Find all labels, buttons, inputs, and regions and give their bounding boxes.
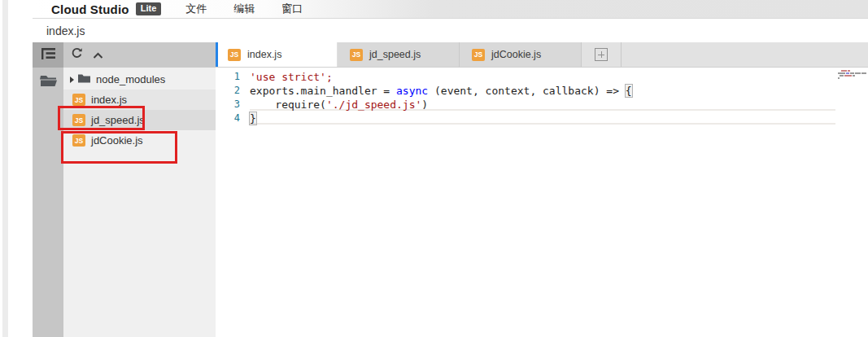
tab-label: index.js <box>247 49 281 60</box>
code-segment: ) <box>421 98 428 112</box>
minimap-segment <box>855 72 861 74</box>
new-tab-button[interactable] <box>582 42 622 67</box>
collapse-up-icon[interactable] <box>93 48 103 63</box>
breadcrumb-bar: index.js <box>33 19 868 42</box>
activity-item-explorer[interactable] <box>33 42 63 68</box>
breadcrumb-file-title: index.js <box>46 24 85 37</box>
open-folder-icon <box>40 74 57 90</box>
code-segment: './jd_speed.js' <box>326 98 421 112</box>
minimap[interactable] <box>838 70 867 80</box>
minimap-segment <box>861 72 866 74</box>
code-segment: (event, context, callback) => <box>428 84 626 98</box>
file-explorer: node_modulesJSindex.jsJSjd_speed.jsJSjdC… <box>63 42 216 337</box>
code-line: 3 require('./jd_speed.js') <box>216 98 868 112</box>
js-file-icon: JS <box>350 49 363 61</box>
explorer-toolbar <box>63 42 216 68</box>
expand-arrow-icon[interactable] <box>70 77 74 83</box>
minimap-segment <box>838 77 840 79</box>
code-segment: async <box>396 84 428 98</box>
minimap-segment <box>846 72 849 74</box>
menu-item-1[interactable]: 编辑 <box>233 2 255 16</box>
menu-item-2[interactable]: 窗口 <box>281 2 303 16</box>
activity-bar <box>33 42 63 337</box>
refresh-icon[interactable] <box>71 47 83 63</box>
line-number: 1 <box>216 70 250 84</box>
js-file-icon: JS <box>472 49 485 61</box>
code-segment: } <box>249 112 257 125</box>
tab-jdCookie-js[interactable]: JSjdCookie.js <box>460 42 582 67</box>
plus-icon <box>595 48 608 61</box>
outline-tree-icon <box>41 48 55 63</box>
folder-icon <box>78 73 90 85</box>
minimap-line <box>838 77 867 79</box>
minimap-segment <box>844 75 852 77</box>
topbar: Cloud Studio Lite 文件编辑窗口 <box>33 0 868 19</box>
minimap-line <box>838 72 867 74</box>
tab-bar: JSindex.jsJSjd_speed.jsJSjdCookie.js <box>216 42 868 68</box>
tab-jd_speed-js[interactable]: JSjd_speed.js <box>338 42 460 67</box>
minimap-segment <box>853 75 855 77</box>
minimap-segment <box>841 70 847 72</box>
tree-item-node_modules[interactable]: node_modules <box>63 69 216 90</box>
cloud-studio-app: Cloud Studio Lite 文件编辑窗口 index.js <box>33 0 868 337</box>
annotation-box-jdcookie <box>61 131 177 164</box>
code-lines: 1'use strict';2exports.main_handler = as… <box>216 68 868 125</box>
editor-zone: JSindex.jsJSjd_speed.jsJSjdCookie.js 1'u… <box>216 42 868 337</box>
minimap-line <box>838 75 867 77</box>
minimap-line <box>838 70 867 72</box>
line-number: 2 <box>216 84 250 98</box>
tab-label: jd_speed.js <box>369 49 421 60</box>
code-segment: 'use strict'; <box>250 70 333 84</box>
code-segment: exports.main_handler = <box>250 84 396 98</box>
code-line: 1'use strict'; <box>216 70 868 84</box>
menubar: 文件编辑窗口 <box>185 2 303 16</box>
minimap-segment <box>838 72 845 74</box>
annotation-box-jd-speed <box>58 106 145 130</box>
code-line: 4} <box>216 112 868 125</box>
tree-item-label: node_modules <box>96 73 165 85</box>
lite-badge: Lite <box>136 2 162 15</box>
line-number: 4 <box>216 112 250 125</box>
tab-index-js[interactable]: JSindex.js <box>216 42 338 67</box>
code-segment: { <box>625 84 633 98</box>
minimap-segment <box>850 72 854 74</box>
minimap-segment <box>848 70 850 72</box>
js-file-icon: JS <box>72 94 85 106</box>
page-edge-strip <box>2 0 8 337</box>
menu-item-0[interactable]: 文件 <box>185 2 207 16</box>
tree-item-label: index.js <box>91 94 127 106</box>
code-line: 2exports.main_handler = async (event, co… <box>216 84 868 98</box>
code-editor[interactable]: 1'use strict';2exports.main_handler = as… <box>216 68 868 337</box>
tab-label: jdCookie.js <box>491 49 541 60</box>
code-segment: require( <box>250 98 326 112</box>
line-number: 3 <box>216 98 250 112</box>
minimap-segment <box>840 75 844 77</box>
js-file-icon: JS <box>228 49 241 61</box>
main-area: node_modulesJSindex.jsJSjd_speed.jsJSjdC… <box>33 42 868 337</box>
activity-item-files[interactable] <box>33 68 63 97</box>
app-logo: Cloud Studio <box>51 2 129 16</box>
